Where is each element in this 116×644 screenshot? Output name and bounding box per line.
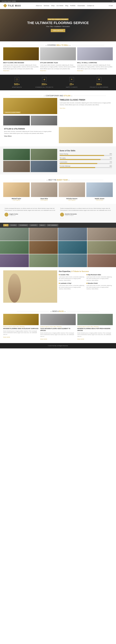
covering-section: — COVERING WALL TO WALL — BEST FLOORS AR… [0,41,116,75]
filter-coverings[interactable]: COVERINGS [18,224,28,226]
news-read-more-3[interactable]: READ MORE [77,338,84,340]
logo[interactable]: TILE MAX [3,4,21,8]
nav-contact[interactable]: Contact Us [87,5,94,6]
news-read-more-1[interactable]: READ MORE [3,337,10,338]
testimonial-dots-1[interactable]: ← → [4,217,56,219]
expertise-dot-4 [87,283,88,284]
team-grid: Mitchell Taylor Chief Engineer Stuart Wi… [3,182,113,200]
stat-number-4: 300+ [96,83,102,86]
team-member-1: Mitchell Taylor Chief Engineer [3,182,30,200]
portfolio-item-1 [0,228,29,241]
filter-floors[interactable]: FLOORS [9,224,17,226]
portfolio-item-3 [58,228,87,241]
nav-portfolio[interactable]: Portfolio [70,5,75,6]
contemporary-sub-img-1 [3,116,30,126]
team-avatar-1 [3,182,30,197]
skill-img-3 [3,161,30,172]
team-member-2: Stuart Wise Chief Engineer [31,182,57,200]
covering-title: — COVERING WALL TO WALL — [3,44,113,46]
nav-blog[interactable]: Blog [65,5,68,6]
covering-cards: BEST FLOORS ARE WOODEN Lorem ipsum dolor… [3,62,113,72]
skill-bar-1: Interior Flooring 85% [60,153,112,156]
news-img-3 [77,314,113,325]
news-card-3: Posted on April 18, 2015 | Tiles / #Floo… [77,314,113,340]
hero-content: Floor Tiles • Installation • Renovation … [27,18,89,32]
expertise-right: Our Expertise, A Tribute to Success Cera… [59,270,113,303]
team-section: — MEET THE BUDDY TEAM — Mitchell Taylor … [0,174,116,204]
nav-classmates[interactable]: Classmates [77,5,85,6]
news-card-1: Posted on April 18, 2015 | Tiles / #Floo… [3,314,39,340]
stat-icon-4: ❋ [97,77,101,82]
read-more-3[interactable]: Read More [77,70,83,72]
covering-image-grid [3,47,113,60]
read-more-2[interactable]: Read More [40,70,46,72]
nav-shop[interactable]: Shop [51,5,54,6]
skill-bar-3: Customization 72% [60,161,112,164]
skills-images [3,149,57,172]
nav-our-works[interactable]: Our Works [56,5,63,6]
hero-button[interactable]: VIEW DETAILS [51,29,65,32]
cart[interactable]: 0 Cart [109,5,113,6]
top-bar: 123 Main Street, 123456 Cart [0,0,116,2]
news-img-1 [3,314,39,325]
contemporary-title: — CONTEMPORARY AND STYLISH — [3,95,113,97]
news-section: — NEWS & BLOG — Posted on April 18, 2015… [0,306,116,343]
stat-2: ◈ 350+ COMMERCIAL PROJECTS [31,77,58,88]
stat-label-1: APARTMENTS [12,86,22,88]
expertise-cards: Ceramic Tiles Lorem ipsum dolor sit amet… [59,274,113,290]
stat-3: ✦ 25+ HAPPY CLIENTS [58,77,85,88]
covering-img-1 [3,47,39,60]
view-more-1[interactable]: View More [60,108,65,109]
portfolio-item-6 [29,241,58,254]
portfolio-grid [0,228,116,267]
news-img-2 [40,314,76,325]
skill-img-2 [31,149,57,160]
testimonial-avatar-2 [60,213,64,216]
read-more-1[interactable]: Read More [3,70,9,72]
stylish-right-img [59,127,113,143]
portfolio-item-8 [87,241,116,254]
news-card-2: Posted on April 18, 2015 | Tiles / #Floo… [40,314,76,340]
filter-layouts[interactable]: LAYOUTS [29,224,38,226]
portfolio-item-9 [0,254,29,267]
contemporary-right: TIMELESS CLASSIC FINISH Lorem ipsum dolo… [59,98,113,126]
stat-number-3: 25+ [69,83,74,86]
hero-subtitle: Floor Tiles • Installation • Renovation [27,26,89,27]
stylish-section: STYLISH & UTILITARIAN Ipsum dolor sit am… [3,127,113,143]
hero-badge: Floor Tiles • Installation • Renovation [48,18,68,20]
contemporary-main-img: TIMELESS CLASSIC FINISH [3,98,57,114]
filter-all[interactable]: ALL [3,224,8,226]
logo-text: TILE MAX [8,4,21,7]
footer-text: © 2015 Tile Max. All Rights Reserved. [48,345,68,346]
portfolio-filter: ALL FLOORS COVERINGS LAYOUTS WALLS GET C… [0,223,116,228]
news-grid: Posted on April 18, 2015 | Tiles / #Floo… [3,314,113,340]
address: 123 Main Street, 123456 [1,0,16,2]
testimonial-dots-2[interactable]: ← → [60,217,112,219]
skills-section: Some of Our Skills Interior Flooring 85%… [0,146,116,174]
view-more-2[interactable]: View More [4,135,11,137]
covering-card-2: STYLISH CERAMIC TILES Lorem ipsum dolor … [40,62,76,72]
stat-label-2: COMMERCIAL PROJECTS [35,86,53,88]
testimonial-avatar-1 [4,213,8,216]
hero-section: Floor Tiles • Installation • Renovation … [0,9,116,41]
testimonial-2: Tundra consequat felis ipsum, eu ultrice… [59,206,113,220]
nav-about[interactable]: About Us [36,5,42,6]
stat-label-3: HAPPY CLIENTS [66,86,78,88]
testimonial-author-2: Danielle Hernandez Graphic Designer [60,213,112,216]
nav-services[interactable]: Services [44,5,49,6]
team-title: — MEET THE BUDDY TEAM — [3,179,113,181]
team-avatar-4 [86,182,113,197]
expertise-title: Our Expertise, A Tribute to Success [59,270,113,272]
stat-icon-2: ◈ [42,77,47,82]
top-cart: Cart [112,0,115,2]
filter-careers[interactable]: GET CAREERS [47,224,58,226]
stat-1: ⬡ 500+ APARTMENTS [3,77,31,88]
team-member-4: Natalie Jensen Chief Architect [86,182,113,200]
news-read-more-2[interactable]: READ MORE [40,338,47,340]
team-avatar-2 [31,182,57,197]
stat-label-4: PROJECTS & DELIVERIES [90,86,108,88]
skill-bar-2: Tile Laying 78% [60,157,112,160]
portfolio-item-2 [29,228,58,241]
filter-walls[interactable]: WALLS [39,224,46,226]
team-avatar-3 [59,182,85,197]
